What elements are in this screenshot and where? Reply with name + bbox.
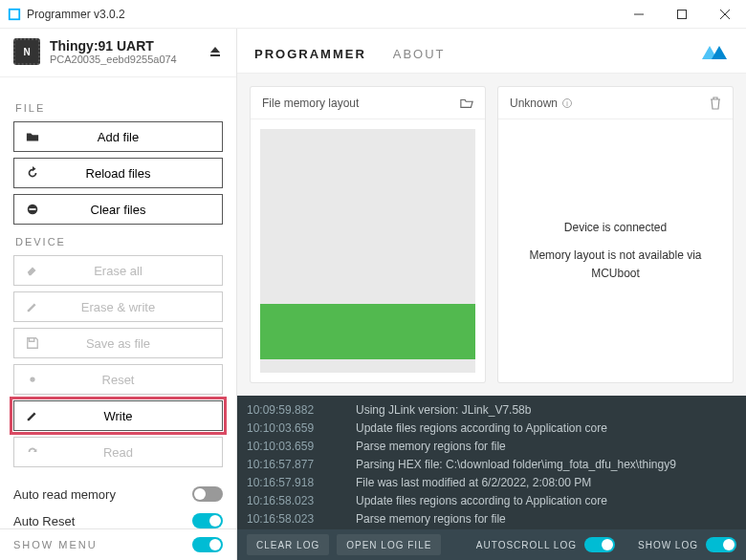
open-log-file-button[interactable]: OPEN LOG FILE: [337, 534, 441, 555]
save-icon: [14, 336, 51, 350]
folder-icon: [14, 130, 51, 143]
svg-rect-7: [30, 208, 36, 210]
auto-read-toggle[interactable]: [192, 486, 223, 502]
device-name: Thingy:91 UART: [50, 38, 208, 54]
log-line: 10:16:57.877Parsing HEX file: C:\downloa…: [247, 456, 736, 474]
log-message: Parse memory regions for file: [356, 438, 506, 456]
device-header[interactable]: N Thingy:91 UART PCA20035_eebd9255a074: [0, 29, 236, 77]
reset-button: Reset: [13, 364, 223, 395]
window-maximize-button[interactable]: [660, 0, 703, 29]
file-memory-panel: File memory layout: [251, 87, 485, 382]
log-timestamp: 10:16:57.918: [247, 474, 339, 492]
autoscroll-toggle[interactable]: [584, 537, 615, 552]
panels: File memory layout Unknown i: [237, 74, 746, 396]
svg-rect-0: [10, 9, 20, 19]
log-message: Parse memory regions for file: [356, 510, 506, 528]
log-message: Parsing HEX file: C:\download folder\img…: [356, 456, 676, 474]
read-label: Read: [51, 445, 222, 460]
eject-icon[interactable]: [208, 44, 223, 59]
clear-icon: [14, 203, 51, 216]
log-message: Update files regions according to Applic…: [356, 492, 607, 510]
pencil-icon: [14, 300, 51, 313]
log-line: 10:09:59.882Using JLink version: JLink_V…: [247, 401, 736, 420]
reset-label: Reset: [51, 373, 222, 387]
window-titlebar: Programmer v3.0.2: [0, 0, 746, 29]
log-timestamp: 10:10:03.659: [247, 420, 339, 438]
write-button[interactable]: Write: [13, 400, 223, 431]
log-timestamp: 10:16:58.023: [247, 492, 339, 510]
log-line: 10:10:03.659Parse memory regions for fil…: [247, 438, 736, 456]
clear-files-button[interactable]: Clear files: [13, 194, 223, 225]
save-as-file-button: Save as file: [13, 328, 223, 358]
reload-files-button[interactable]: Reload files: [13, 158, 223, 188]
log-timestamp: 10:16:57.877: [247, 456, 339, 474]
auto-read-label: Auto read memory: [13, 487, 116, 502]
main: PROGRAMMER ABOUT File memory layout: [237, 29, 746, 560]
svg-rect-5: [210, 54, 220, 56]
device-serial: PCA20035_eebd9255a074: [50, 54, 208, 65]
device-layout-text: Memory layout is not available via MCUbo…: [523, 247, 708, 283]
log-timestamp: 10:10:03.659: [247, 438, 339, 456]
auto-reset-toggle[interactable]: [192, 513, 223, 528]
app-logo-icon: [8, 8, 21, 21]
dot-icon: [14, 373, 51, 386]
main-header: PROGRAMMER ABOUT: [237, 29, 746, 74]
log-line: 10:16:58.023Update files regions accordi…: [247, 492, 736, 510]
log-line: 10:16:57.918File was last modified at 6/…: [247, 474, 736, 492]
svg-text:i: i: [566, 100, 568, 107]
main-footer: CLEAR LOG OPEN LOG FILE AUTOSCROLL LOG S…: [237, 529, 746, 560]
write-label: Write: [51, 409, 222, 423]
window-title: Programmer v3.0.2: [27, 8, 617, 21]
tab-programmer[interactable]: PROGRAMMER: [254, 47, 366, 61]
svg-rect-2: [677, 10, 686, 18]
device-panel-title: Unknown: [510, 97, 558, 110]
add-file-button[interactable]: Add file: [13, 121, 223, 152]
file-panel-title: File memory layout: [262, 97, 359, 110]
memory-region-block: [260, 304, 475, 359]
add-file-label: Add file: [51, 130, 222, 144]
auto-reset-label: Auto Reset: [13, 514, 75, 528]
log-line: 10:10:03.659Update files regions accordi…: [247, 420, 736, 438]
chip-icon: N: [13, 38, 40, 65]
info-icon: i: [558, 97, 573, 109]
device-memory-panel: Unknown i Device is connected Memory lay…: [498, 87, 733, 382]
file-panel-body: [260, 129, 475, 373]
window-close-button[interactable]: [703, 0, 746, 29]
trash-icon[interactable]: [710, 97, 721, 110]
erase-all-label: Erase all: [51, 264, 222, 278]
log-timestamp: 10:16:58.023: [247, 510, 339, 528]
clear-log-button[interactable]: CLEAR LOG: [247, 534, 329, 555]
show-menu-label: SHOW MENU: [13, 539, 98, 550]
clear-files-label: Clear files: [51, 203, 222, 217]
save-as-label: Save as file: [51, 336, 222, 351]
reload-files-label: Reload files: [51, 166, 222, 181]
device-panel-body: Device is connected Memory layout is not…: [508, 129, 723, 373]
log-line: 10:16:58.023Parse memory regions for fil…: [247, 510, 736, 528]
tab-about[interactable]: ABOUT: [393, 47, 446, 61]
reload-icon: [14, 166, 51, 180]
show-menu-toggle[interactable]: [192, 537, 223, 552]
nordic-logo-icon: [700, 42, 729, 65]
log-timestamp: 10:09:59.882: [247, 401, 339, 420]
log-message: Using JLink version: JLink_V7.58b: [356, 401, 531, 420]
log-panel[interactable]: 10:09:59.882Using JLink version: JLink_V…: [237, 396, 746, 529]
showlog-label: SHOW LOG: [638, 540, 698, 550]
refresh-icon: [14, 445, 51, 459]
log-message: File was last modified at 6/2/2022, 2:08…: [356, 474, 591, 492]
section-device-label: DEVICE: [15, 236, 223, 248]
erase-all-button: Erase all: [13, 255, 223, 286]
log-message: Update files regions according to Applic…: [356, 420, 607, 438]
autoscroll-label: AUTOSCROLL LOG: [476, 540, 577, 550]
section-file-label: FILE: [15, 102, 223, 114]
sidebar: N Thingy:91 UART PCA20035_eebd9255a074 F…: [0, 29, 237, 560]
folder-open-icon[interactable]: [460, 97, 473, 110]
erase-write-label: Erase & write: [51, 300, 222, 314]
auto-read-toggle-row: Auto read memory: [13, 481, 223, 507]
window-minimize-button[interactable]: [617, 0, 660, 29]
svg-point-8: [30, 377, 34, 381]
sidebar-footer: SHOW MENU: [0, 528, 236, 560]
device-connected-text: Device is connected: [523, 219, 708, 237]
erase-write-button: Erase & write: [13, 291, 223, 322]
auto-reset-toggle-row: Auto Reset: [13, 507, 223, 528]
showlog-toggle[interactable]: [706, 537, 736, 552]
